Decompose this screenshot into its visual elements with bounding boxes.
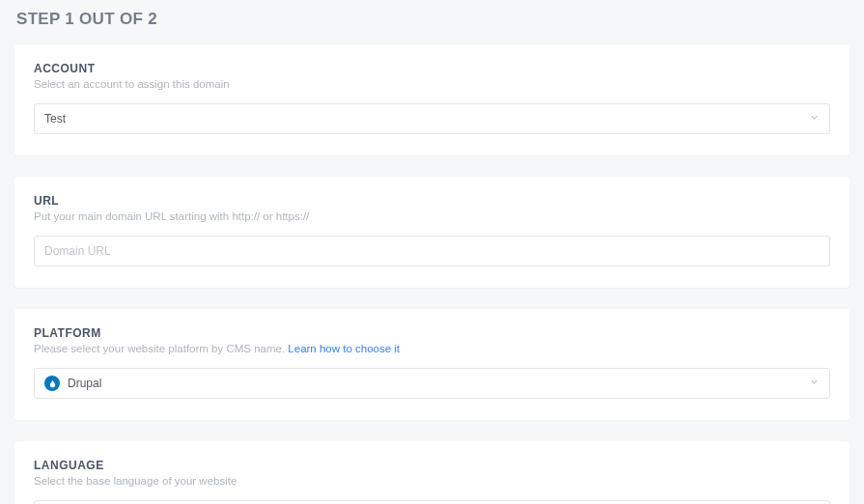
platform-helper: Please select your website platform by C… (34, 343, 830, 354)
url-label: URL (34, 194, 830, 208)
language-helper: Select the base language of your website (34, 475, 830, 487)
account-select-value: Test (44, 112, 66, 126)
account-label: ACCOUNT (34, 62, 830, 75)
platform-learn-link[interactable]: Learn how to choose it (288, 343, 400, 354)
platform-select[interactable]: Drupal (34, 368, 830, 399)
url-helper: Put your main domain URL starting with h… (34, 210, 830, 222)
account-card: ACCOUNT Select an account to assign this… (14, 44, 850, 155)
page-title: STEP 1 OUT OF 2 (16, 10, 850, 29)
language-select[interactable]: Select language... (34, 500, 830, 504)
url-input[interactable] (34, 236, 830, 266)
language-label: LANGUAGE (34, 459, 830, 472)
chevron-down-icon (809, 112, 820, 126)
account-helper: Select an account to assign this domain (34, 78, 830, 90)
platform-label: PLATFORM (34, 326, 830, 340)
chevron-down-icon (809, 377, 820, 390)
drupal-icon (44, 376, 60, 391)
platform-card: PLATFORM Please select your website plat… (14, 309, 850, 420)
url-card: URL Put your main domain URL starting wi… (14, 177, 850, 288)
platform-helper-text: Please select your website platform by C… (34, 343, 288, 354)
platform-select-value: Drupal (68, 377, 101, 390)
language-card: LANGUAGE Select the base language of you… (14, 441, 850, 504)
account-select[interactable]: Test (34, 103, 830, 134)
